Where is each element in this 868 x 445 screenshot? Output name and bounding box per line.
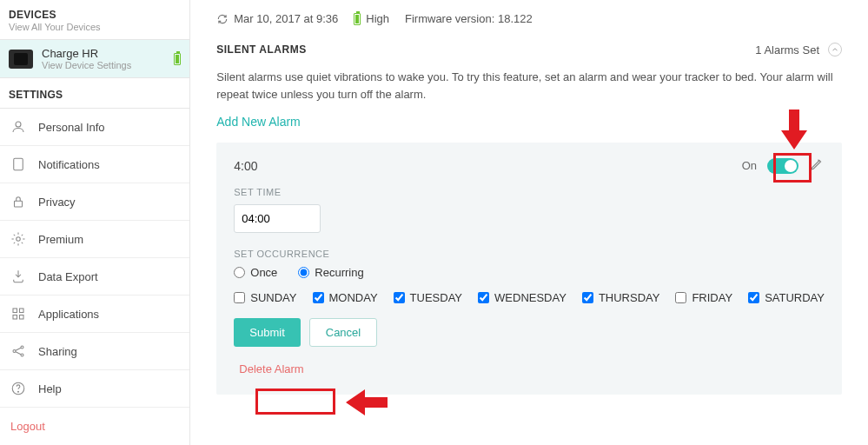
svg-rect-7 bbox=[20, 315, 24, 320]
sidebar-item-personal-info[interactable]: Personal Info bbox=[0, 109, 189, 146]
sidebar-item-label: Privacy bbox=[38, 196, 76, 209]
sidebar-item-sharing[interactable]: Sharing bbox=[0, 333, 189, 370]
day-thursday[interactable]: THURSDAY bbox=[582, 291, 660, 304]
alarms-section-header: SILENT ALARMS 1 Alarms Set bbox=[216, 37, 842, 62]
sidebar-item-label: Personal Info bbox=[38, 121, 105, 134]
day-checkbox[interactable] bbox=[748, 292, 759, 303]
sidebar-item-data-export[interactable]: Data Export bbox=[0, 258, 189, 296]
day-label: WEDNESDAY bbox=[494, 291, 567, 304]
battery-icon bbox=[174, 53, 181, 65]
sidebar-item-notifications[interactable]: Notifications bbox=[0, 146, 189, 183]
sidebar-item-label: Applications bbox=[38, 308, 99, 321]
alarm-card: 4:00 On SET TIME SET OCCURRENCE Once bbox=[216, 143, 842, 395]
time-input[interactable] bbox=[234, 204, 321, 233]
device-row[interactable]: Charge HR View Device Settings bbox=[0, 39, 189, 78]
sidebar-item-label: Sharing bbox=[38, 345, 77, 358]
day-label: TUESDAY bbox=[410, 291, 462, 304]
settings-heading: SETTINGS bbox=[0, 78, 189, 109]
day-sunday[interactable]: SUNDAY bbox=[234, 291, 296, 304]
delete-alarm-link[interactable]: Delete Alarm bbox=[234, 359, 308, 379]
sync-icon bbox=[216, 13, 229, 25]
gear-icon bbox=[10, 231, 26, 247]
occurrence-row: Once Recurring bbox=[234, 266, 825, 279]
battery-level: High bbox=[366, 12, 389, 25]
share-icon bbox=[10, 343, 26, 359]
day-checkbox[interactable] bbox=[478, 292, 489, 303]
chevron-up-icon[interactable] bbox=[828, 43, 842, 56]
cancel-button[interactable]: Cancel bbox=[309, 318, 377, 347]
day-label: THURSDAY bbox=[599, 291, 660, 304]
sidebar-item-label: Notifications bbox=[38, 158, 100, 171]
alarm-time-label: 4:00 bbox=[234, 159, 257, 173]
main: Mar 10, 2017 at 9:36 High Firmware versi… bbox=[190, 0, 868, 445]
svg-rect-2 bbox=[15, 201, 23, 207]
sidebar-item-label: Data Export bbox=[38, 270, 98, 283]
day-label: FRIDAY bbox=[692, 291, 732, 304]
sidebar-item-applications[interactable]: Applications bbox=[0, 296, 189, 333]
svg-point-8 bbox=[13, 350, 16, 353]
set-time-label: SET TIME bbox=[234, 187, 825, 197]
devices-header: DEVICES View All Your Devices bbox=[0, 0, 189, 39]
add-alarm-link[interactable]: Add New Alarm bbox=[216, 115, 300, 129]
day-checkbox[interactable] bbox=[313, 292, 324, 303]
svg-rect-4 bbox=[13, 309, 17, 313]
day-label: SUNDAY bbox=[250, 291, 296, 304]
help-icon bbox=[10, 381, 26, 396]
sync-time: Mar 10, 2017 at 9:36 bbox=[234, 12, 338, 25]
svg-point-9 bbox=[21, 346, 23, 349]
svg-rect-5 bbox=[20, 309, 24, 313]
svg-point-0 bbox=[16, 122, 21, 127]
occurrence-once-radio[interactable] bbox=[234, 267, 245, 278]
set-occurrence-label: SET OCCURRENCE bbox=[234, 249, 825, 259]
svg-point-3 bbox=[17, 237, 21, 242]
sidebar: DEVICES View All Your Devices Charge HR … bbox=[0, 0, 190, 445]
alarms-description: Silent alarms use quiet vibrations to wa… bbox=[216, 69, 842, 103]
day-checkbox[interactable] bbox=[394, 292, 405, 303]
firmware-version: Firmware version: 18.122 bbox=[405, 12, 533, 25]
svg-point-10 bbox=[21, 354, 23, 356]
person-icon bbox=[10, 119, 26, 135]
day-label: SATURDAY bbox=[765, 291, 825, 304]
device-sub[interactable]: View Device Settings bbox=[42, 60, 174, 70]
sidebar-item-premium[interactable]: Premium bbox=[0, 221, 189, 258]
svg-point-12 bbox=[18, 391, 19, 392]
day-friday[interactable]: FRIDAY bbox=[675, 291, 732, 304]
day-checkbox[interactable] bbox=[582, 292, 593, 303]
submit-button[interactable]: Submit bbox=[234, 318, 300, 347]
device-thumb bbox=[9, 50, 33, 69]
battery-status: High bbox=[354, 12, 389, 25]
occurrence-once[interactable]: Once bbox=[234, 266, 277, 279]
sidebar-item-label: Premium bbox=[38, 233, 83, 246]
devices-sub[interactable]: View All Your Devices bbox=[9, 22, 181, 32]
occurrence-recurring-radio[interactable] bbox=[298, 267, 309, 278]
day-saturday[interactable]: SATURDAY bbox=[748, 291, 825, 304]
export-icon bbox=[10, 269, 26, 284]
alarm-toggle[interactable] bbox=[767, 158, 798, 174]
notifications-icon bbox=[10, 156, 26, 172]
alarms-count[interactable]: 1 Alarms Set bbox=[755, 43, 842, 56]
day-checkbox[interactable] bbox=[675, 292, 686, 303]
alarms-title: SILENT ALARMS bbox=[216, 43, 306, 56]
edit-icon[interactable] bbox=[809, 156, 825, 175]
status-row: Mar 10, 2017 at 9:36 High Firmware versi… bbox=[216, 9, 842, 37]
alarm-on-label: On bbox=[742, 159, 757, 172]
sidebar-item-label: Help bbox=[38, 382, 62, 395]
svg-rect-1 bbox=[14, 158, 23, 170]
battery-icon bbox=[354, 13, 361, 25]
day-checkbox[interactable] bbox=[234, 292, 245, 303]
sidebar-item-privacy[interactable]: Privacy bbox=[0, 183, 189, 221]
lock-icon bbox=[10, 194, 26, 209]
sync-status: Mar 10, 2017 at 9:36 bbox=[216, 12, 338, 25]
apps-icon bbox=[10, 306, 26, 322]
occurrence-recurring[interactable]: Recurring bbox=[298, 266, 363, 279]
devices-title: DEVICES bbox=[9, 9, 181, 21]
day-label: MONDAY bbox=[329, 291, 378, 304]
logout-link[interactable]: Logout bbox=[0, 408, 189, 445]
day-tuesday[interactable]: TUESDAY bbox=[394, 291, 462, 304]
device-name: Charge HR bbox=[42, 47, 174, 60]
svg-rect-6 bbox=[13, 315, 17, 320]
sidebar-item-help[interactable]: Help bbox=[0, 370, 189, 408]
day-monday[interactable]: MONDAY bbox=[313, 291, 378, 304]
days-row: SUNDAYMONDAYTUESDAYWEDNESDAYTHURSDAYFRID… bbox=[234, 291, 825, 304]
day-wednesday[interactable]: WEDNESDAY bbox=[478, 291, 567, 304]
